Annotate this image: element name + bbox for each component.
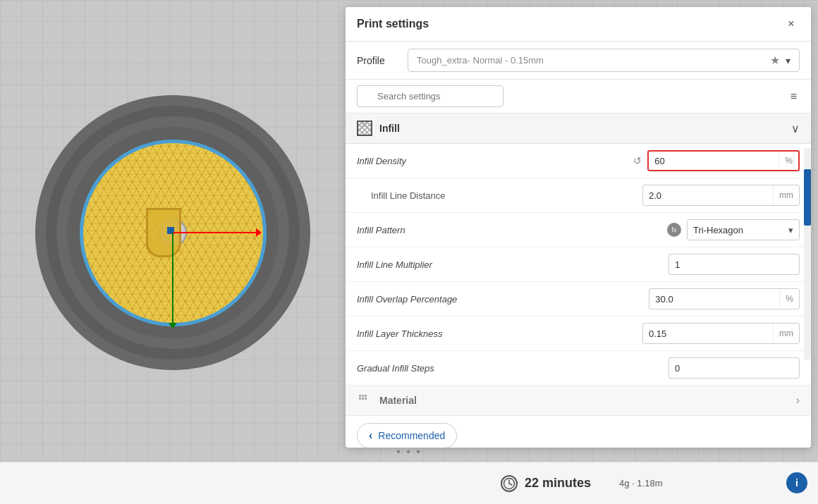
time-icon	[501, 475, 518, 492]
infill-line-multiplier-input[interactable]	[669, 259, 799, 270]
material-section-header[interactable]: Material ›	[346, 386, 811, 416]
infill-layer-thickness-value-box[interactable]: mm	[642, 323, 800, 344]
material-icon	[357, 393, 372, 408]
svg-rect-4	[362, 395, 364, 397]
recommended-chevron-icon: ‹	[369, 429, 372, 442]
infill-density-input[interactable]	[649, 156, 779, 166]
profile-label: Profile	[357, 55, 399, 66]
profile-row: Profile Tough_extra- Normal - 0.15mm ★ ▾	[346, 42, 811, 80]
info-button[interactable]: i	[786, 472, 807, 493]
chevron-down-icon[interactable]: ▾	[786, 55, 790, 66]
infill-density-value-box[interactable]: %	[647, 150, 800, 171]
status-bar: 22 minutes 4g · 1.18m i	[0, 462, 818, 504]
scroll-thumb[interactable]	[804, 169, 811, 226]
infill-overlap-unit: %	[779, 289, 799, 309]
recommended-label: Recommended	[378, 430, 445, 441]
search-row: 🔍 ≡	[346, 80, 811, 113]
svg-rect-6	[362, 398, 364, 400]
panel-header: Print settings ×	[346, 7, 811, 42]
infill-title-group: Infill	[357, 121, 400, 136]
svg-line-2	[509, 484, 512, 485]
svg-rect-7	[365, 395, 367, 397]
scroll-track	[804, 148, 811, 359]
infill-chevron-icon: ∨	[791, 122, 800, 135]
setting-name-infill-density: Infill Density	[357, 156, 633, 166]
close-button[interactable]: ×	[783, 16, 800, 32]
setting-name-infill-layer-thickness: Infill Layer Thickness	[357, 328, 642, 339]
table-row: Infill Pattern fx Tri-Hexagon ▾	[346, 213, 811, 247]
table-row: Infill Overlap Percentage %	[346, 282, 811, 316]
infill-line-multiplier-value-box[interactable]	[669, 254, 800, 275]
menu-icon[interactable]: ≡	[788, 87, 800, 106]
svg-rect-8	[365, 398, 367, 400]
settings-content: Infill Density ↺ % Infill Line Distance …	[346, 144, 811, 386]
recommended-button[interactable]: ‹ Recommended	[357, 423, 457, 448]
gradual-infill-steps-input[interactable]	[669, 363, 799, 374]
table-row: Infill Layer Thickness mm	[346, 316, 811, 351]
print-settings-panel: Print settings × Profile Tough_extra- No…	[346, 7, 811, 448]
search-input[interactable]	[357, 85, 503, 107]
profile-selector[interactable]: Tough_extra- Normal - 0.15mm ★ ▾	[408, 49, 800, 72]
infill-overlap-input[interactable]	[649, 294, 779, 305]
infill-pattern-dropdown[interactable]: Tri-Hexagon ▾	[687, 219, 800, 240]
reset-icon[interactable]: ↺	[633, 155, 642, 166]
table-row: Infill Line Distance mm	[346, 178, 811, 213]
infill-layer-thickness-input[interactable]	[643, 328, 773, 339]
infill-line-distance-value-box[interactable]: mm	[642, 185, 800, 206]
setting-name-infill-overlap: Infill Overlap Percentage	[357, 294, 649, 305]
infill-pattern-chevron-icon: ▾	[788, 225, 793, 235]
search-wrapper: 🔍	[357, 85, 782, 107]
infill-overlap-value-box[interactable]: %	[649, 288, 800, 309]
table-row: Gradual Infill Steps	[346, 351, 811, 386]
table-row: Infill Line Multiplier	[346, 247, 811, 282]
favorite-star-icon[interactable]: ★	[770, 54, 780, 67]
gradual-infill-steps-value-box[interactable]	[669, 357, 800, 379]
svg-rect-3	[359, 395, 361, 397]
profile-icons: ★ ▾	[770, 54, 790, 67]
3d-object-container	[21, 35, 324, 430]
infill-icon	[357, 121, 372, 136]
setting-name-infill-pattern: Infill Pattern	[357, 225, 667, 235]
infill-density-unit: %	[779, 152, 798, 170]
setting-name-gradual-infill-steps: Gradual Infill Steps	[357, 363, 669, 374]
panel-title: Print settings	[357, 18, 429, 30]
material-chevron-icon: ›	[796, 394, 800, 407]
fx-icon[interactable]: fx	[667, 223, 681, 237]
setting-name-infill-line-multiplier: Infill Line Multiplier	[357, 259, 669, 270]
infill-line-distance-input[interactable]	[643, 190, 773, 201]
material-section-title: Material	[379, 395, 417, 406]
infill-line-distance-unit: mm	[773, 185, 799, 205]
setting-name-infill-line-distance: Infill Line Distance	[357, 190, 642, 201]
status-material: 4g · 1.18m	[619, 478, 662, 488]
status-time: 22 minutes	[525, 476, 591, 491]
infill-pattern-value: Tri-Hexagon	[693, 225, 783, 235]
infill-layer-thickness-unit: mm	[773, 324, 799, 343]
table-row: Infill Density ↺ %	[346, 144, 811, 178]
svg-rect-5	[359, 398, 361, 400]
profile-name: Tough_extra- Normal - 0.15mm	[417, 55, 544, 66]
infill-section-header[interactable]: Infill ∨	[346, 113, 811, 144]
infill-section-title: Infill	[379, 123, 400, 134]
